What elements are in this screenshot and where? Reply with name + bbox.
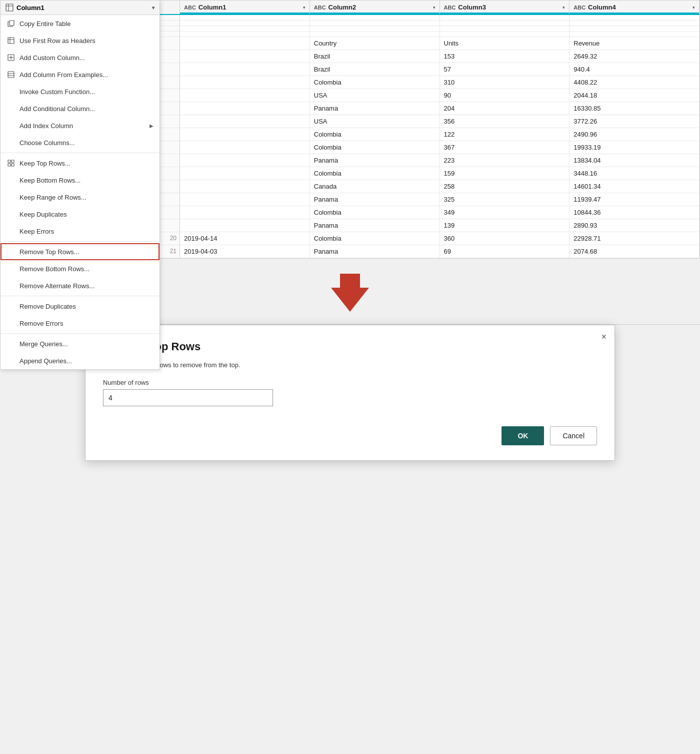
cell-col2: Colombia: [310, 76, 440, 89]
menu-item-append-queries[interactable]: Append Queries...: [0, 352, 160, 369]
keep-duplicates-icon-spacer: [6, 209, 16, 219]
cell-col4: [570, 26, 700, 31]
row-number: [160, 21, 180, 26]
col2-dropdown-icon[interactable]: ▾: [433, 5, 436, 10]
menu-item-add-col-examples[interactable]: Add Column From Examples...: [0, 66, 160, 83]
menu-divider: [0, 153, 160, 153]
col4-dropdown-icon[interactable]: ▾: [692, 5, 695, 10]
cell-col4: 19933.19: [570, 141, 700, 154]
table-row: [160, 32, 700, 37]
cell-col1: [180, 193, 310, 206]
col4-type: ABC: [574, 5, 586, 11]
cell-col1: [180, 21, 310, 26]
col3-dropdown-icon[interactable]: ▾: [562, 5, 565, 10]
menu-item-remove-errors[interactable]: Remove Errors: [0, 315, 160, 332]
col1-name: Column1: [198, 4, 226, 11]
cell-col4: 10844.36: [570, 206, 700, 219]
cell-col1: [180, 26, 310, 31]
cell-col2: Brazil: [310, 63, 440, 76]
cell-col1: [180, 219, 310, 232]
append-queries-label: Append Queries...: [20, 357, 72, 365]
cell-col1: [180, 32, 310, 37]
menu-item-remove-bottom-rows[interactable]: Remove Bottom Rows...: [0, 260, 160, 277]
add-index-col-label: Add Index Column: [20, 122, 73, 130]
menu-item-use-first-row[interactable]: Use First Row as Headers: [0, 32, 160, 49]
keep-top-rows-label: Keep Top Rows...: [20, 160, 70, 167]
table-row: Panama32511939.47: [160, 193, 700, 206]
menu-item-add-custom-col[interactable]: Add Custom Column...: [0, 49, 160, 66]
menu-item-merge-queries[interactable]: Merge Queries...: [0, 335, 160, 352]
menu-item-add-index-col[interactable]: Add Index Column▶: [0, 117, 160, 134]
number-of-rows-input[interactable]: [103, 389, 273, 406]
col-header-2[interactable]: ABC Column2 ▾: [310, 1, 440, 14]
menu-item-keep-range-rows[interactable]: Keep Range of Rows...: [0, 189, 160, 206]
cell-col3: 325: [440, 193, 570, 206]
row-number: [160, 206, 180, 219]
cell-col1: [180, 128, 310, 141]
table-header: ABC Column1 ▾ ABC Column2 ▾ ABC Column3 …: [160, 1, 700, 15]
copy-table-icon: [6, 19, 16, 29]
cell-col4: 3772.26: [570, 115, 700, 128]
cell-col4: 940.4: [570, 63, 700, 76]
cell-col3: Units: [440, 37, 570, 50]
cell-col3: [440, 21, 570, 26]
cell-col4: [570, 15, 700, 20]
row-number: [160, 180, 180, 193]
menu-item-keep-duplicates[interactable]: Keep Duplicates: [0, 206, 160, 223]
cell-col2: Colombia: [310, 167, 440, 180]
col-header-1[interactable]: ABC Column1 ▾: [180, 1, 310, 14]
cell-col1: [180, 141, 310, 154]
dialog-close-button[interactable]: ×: [601, 332, 606, 341]
menu-item-remove-alternate-rows[interactable]: Remove Alternate Rows...: [0, 277, 160, 294]
table-row: USA902044.18: [160, 89, 700, 102]
use-first-row-label: Use First Row as Headers: [20, 37, 96, 45]
menu-item-invoke-custom-fn[interactable]: Invoke Custom Function...: [0, 83, 160, 100]
cell-col1: [180, 180, 310, 193]
table-row: USA3563772.26: [160, 115, 700, 128]
col1-dropdown-icon[interactable]: ▾: [303, 5, 306, 10]
col2-type: ABC: [314, 5, 326, 11]
cell-col2: [310, 32, 440, 37]
svg-rect-11: [8, 72, 14, 78]
menu-item-remove-duplicates[interactable]: Remove Duplicates: [0, 298, 160, 315]
dropdown-arrow-icon[interactable]: ▾: [152, 5, 154, 11]
append-queries-icon-spacer: [6, 356, 16, 366]
menu-item-keep-bottom-rows[interactable]: Keep Bottom Rows...: [0, 172, 160, 189]
row-number: [160, 167, 180, 180]
col-header-3[interactable]: ABC Column3 ▾: [440, 1, 570, 14]
cancel-button[interactable]: Cancel: [550, 426, 597, 445]
menu-item-keep-top-rows[interactable]: Keep Top Rows...: [0, 155, 160, 172]
menu-item-keep-errors[interactable]: Keep Errors: [0, 223, 160, 240]
column-icon: [6, 4, 14, 12]
cell-col3: 69: [440, 245, 570, 258]
cell-col4: 16330.85: [570, 102, 700, 115]
table-row: [160, 26, 700, 32]
svg-rect-16: [8, 164, 10, 166]
add-col-examples-icon: [6, 70, 16, 80]
menu-item-remove-top-rows[interactable]: Remove Top Rows...: [0, 243, 160, 260]
cell-col1: [180, 76, 310, 89]
table-row: Brazil1532649.32: [160, 50, 700, 63]
context-menu[interactable]: Column1 ▾ Copy Entire TableUse First Row…: [0, 0, 160, 370]
number-of-rows-label: Number of rows: [103, 379, 597, 386]
menu-item-copy-table[interactable]: Copy Entire Table: [0, 15, 160, 32]
menu-item-add-conditional-col[interactable]: Add Conditional Column...: [0, 100, 160, 117]
cell-col3: 349: [440, 206, 570, 219]
cell-col2: Panama: [310, 245, 440, 258]
cell-col3: 153: [440, 50, 570, 63]
remove-duplicates-label: Remove Duplicates: [20, 303, 76, 310]
cell-col2: Country: [310, 37, 440, 50]
cell-col1: [180, 89, 310, 102]
down-arrow-indicator: [331, 274, 369, 312]
svg-rect-15: [12, 160, 14, 163]
cell-col1: [180, 50, 310, 63]
menu-item-choose-columns[interactable]: Choose Columns...: [0, 134, 160, 151]
keep-range-rows-icon-spacer: [6, 192, 16, 202]
table-row: Panama20416330.85: [160, 102, 700, 115]
table-row: Panama1392890.93: [160, 219, 700, 232]
ok-button[interactable]: OK: [502, 426, 544, 445]
cell-col3: 356: [440, 115, 570, 128]
col-header-4[interactable]: ABC Column4 ▾: [570, 1, 700, 14]
col3-type: ABC: [444, 5, 456, 11]
keep-errors-icon-spacer: [6, 226, 16, 236]
